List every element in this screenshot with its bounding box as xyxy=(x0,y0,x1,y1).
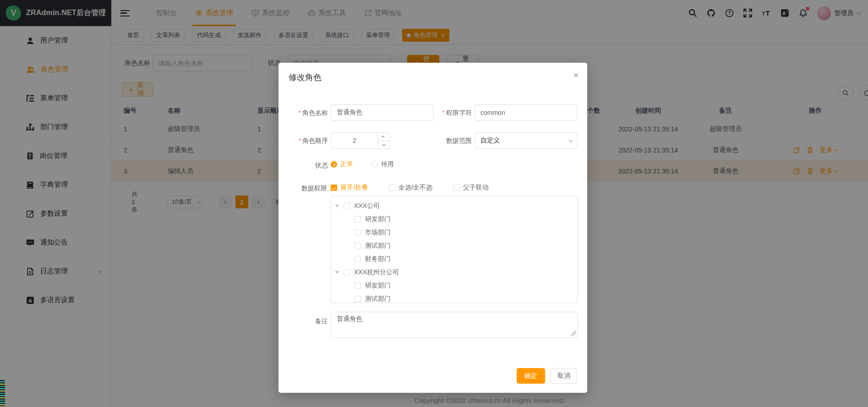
confirm-button[interactable]: 确定 xyxy=(517,368,545,384)
required-asterisk: * xyxy=(299,137,301,144)
tree-node-parent[interactable]: XXX公司 xyxy=(331,199,578,212)
data-scope-field-label: 数据范围 xyxy=(429,137,472,145)
tree-node-checkbox[interactable] xyxy=(355,296,361,302)
department-tree: XXX公司 研发部门 市场部门 测试部门 财务部门 XXX杭州分公司 研发部门 … xyxy=(331,195,578,303)
checkbox-icon xyxy=(355,243,361,249)
tree-node-child[interactable]: 财务部门 xyxy=(331,252,578,266)
role-name-field[interactable] xyxy=(331,104,434,121)
tree-node-checkbox[interactable] xyxy=(344,203,350,209)
tree-node-parent[interactable]: XXX杭州分公司 xyxy=(331,266,578,279)
data-perm-checkbox-group: 展开/折叠全选/全不选父子联动 xyxy=(331,184,489,192)
tree-node-checkbox[interactable] xyxy=(355,243,361,249)
tree-node-checkbox[interactable] xyxy=(355,216,361,222)
tree-node-child[interactable]: 研发部门 xyxy=(331,279,578,292)
checkbox-icon xyxy=(344,203,350,209)
edit-role-dialog: 修改角色 × *角色名称 *权限字符 *角色顺序 数据范围 自定义 状态 正常停… xyxy=(278,63,587,393)
tree-node-checkbox[interactable] xyxy=(355,256,361,262)
chevron-down-icon xyxy=(568,138,573,142)
checkbox-icon xyxy=(331,185,337,191)
caret-down-icon[interactable] xyxy=(335,271,339,274)
perm-key-field[interactable] xyxy=(475,104,578,121)
checkbox-icon xyxy=(355,256,361,262)
checkbox-icon xyxy=(355,296,361,302)
perm-key-field-label: *权限字符 xyxy=(429,109,472,117)
status-field-label: 状态 xyxy=(285,162,328,170)
tree-node-child[interactable]: 测试部门 xyxy=(331,239,578,252)
role-order-stepper xyxy=(331,132,390,149)
perm-checkbox-1[interactable]: 全选/全不选 xyxy=(389,184,432,192)
status-radio-1[interactable]: 停用 xyxy=(371,160,394,168)
required-asterisk: * xyxy=(299,109,301,116)
role-order-field-label: *角色顺序 xyxy=(285,137,328,145)
checkbox-icon xyxy=(355,216,361,222)
remark-textarea[interactable]: 普通角色 xyxy=(331,312,578,338)
tree-node-child[interactable]: 测试部门 xyxy=(331,292,578,303)
devtools-mini-widget[interactable] xyxy=(0,380,5,406)
checkbox-icon xyxy=(453,185,460,191)
role-order-input[interactable] xyxy=(331,133,378,148)
radio-icon xyxy=(371,161,378,168)
tree-node-checkbox[interactable] xyxy=(344,269,350,276)
stepper-down-button[interactable] xyxy=(377,141,389,148)
data-scope-select[interactable]: 自定义 xyxy=(475,132,578,149)
data-perm-field-label: 数据权限 xyxy=(284,185,327,193)
checkbox-icon xyxy=(355,229,361,236)
checkbox-icon xyxy=(389,185,395,191)
checkbox-icon xyxy=(355,282,361,289)
required-asterisk: * xyxy=(442,109,445,116)
perm-checkbox-0[interactable]: 展开/折叠 xyxy=(331,184,368,192)
status-radio-0[interactable]: 正常 xyxy=(331,160,353,168)
caret-down-icon[interactable] xyxy=(335,205,339,207)
tree-node-checkbox[interactable] xyxy=(355,282,361,289)
role-name-field-label: *角色名称 xyxy=(285,109,328,117)
dialog-close-icon[interactable]: × xyxy=(573,70,579,80)
data-scope-value: 自定义 xyxy=(480,136,500,145)
cancel-button[interactable]: 取消 xyxy=(551,368,577,384)
tree-node-checkbox[interactable] xyxy=(355,229,361,236)
perm-checkbox-2[interactable]: 父子联动 xyxy=(453,184,489,192)
checkbox-icon xyxy=(344,269,350,276)
chevron-up-icon xyxy=(382,136,385,139)
tree-node-child[interactable]: 研发部门 xyxy=(331,212,578,226)
dialog-title: 修改角色 xyxy=(289,72,322,83)
radio-icon xyxy=(331,161,337,168)
remark-field-label: 备注 xyxy=(285,317,328,326)
tree-node-child[interactable]: 市场部门 xyxy=(331,226,578,239)
chevron-down-icon xyxy=(382,143,386,146)
stepper-up-button[interactable] xyxy=(377,133,389,141)
status-radio-group: 正常停用 xyxy=(331,160,394,168)
